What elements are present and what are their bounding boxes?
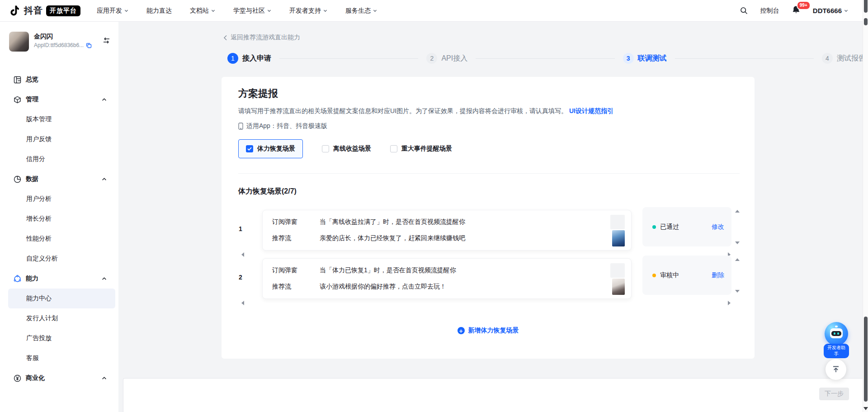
menu-label: 用户分析 [26, 195, 52, 203]
robot-eye [834, 332, 835, 335]
notification-badge: 99+ [797, 1, 811, 10]
sidebar-group-data[interactable]: 数据 [0, 169, 118, 189]
status-badge: 已通过 [660, 223, 679, 231]
checkbox-empty-icon[interactable] [390, 145, 397, 152]
scene-row-1: 1 订阅弹窗 当「离线收益拉满了」时，是否在首页视频流提醒你 推荐流 亲爱的店长… [222, 207, 755, 257]
scroll-up-arrow[interactable] [735, 258, 740, 261]
scrollbar-down-arrow[interactable] [863, 407, 868, 410]
step-1[interactable]: 1 接入申请 [227, 53, 271, 64]
scrollbar-thumb[interactable] [864, 18, 868, 25]
ui-guide-link[interactable]: UI设计规范指引 [569, 107, 613, 114]
account-menu[interactable]: DDT6666 [813, 7, 848, 14]
menu-label: 信用分 [26, 155, 45, 163]
thumbnail-image[interactable] [612, 230, 625, 246]
phone-icon [238, 123, 243, 130]
footer-bar: 下一步 [123, 378, 863, 412]
back-to-top-button[interactable] [826, 359, 846, 380]
nav-school-community[interactable]: 学堂与社区 [233, 7, 271, 15]
douyin-note-icon [10, 5, 21, 17]
scrollbar-thumb[interactable] [864, 0, 868, 13]
scroll-right-arrow[interactable] [728, 301, 731, 305]
field-value: 该小游戏根据你的偏好推荐，点击立即去玩！ [320, 283, 446, 291]
scene-tab-offline-income[interactable]: 离线收益场景 [322, 145, 371, 153]
robot-antenna [835, 326, 838, 327]
dashboard-icon [14, 76, 22, 84]
nav-label: 应用开发 [97, 7, 122, 15]
sidebar-group-capability[interactable]: 能力 [0, 269, 118, 289]
developer-assistant[interactable]: 开发者助手 [824, 322, 849, 358]
chevron-up-icon [102, 376, 107, 381]
field-value: 亲爱的店长，体力已经恢复了，赶紧回来继续赚钱吧 [320, 234, 465, 242]
nav-docs[interactable]: 文档站 [190, 7, 215, 15]
thumbnail-placeholder[interactable] [610, 263, 625, 278]
description-text: 请填写用于推荐流直出的相关场景提醒文案信息和对应UI图片。为了保证效果，提报内容… [238, 107, 567, 114]
app-avatar[interactable] [9, 32, 29, 52]
back-to-top-icon [832, 365, 840, 374]
robot-head [830, 328, 843, 338]
scroll-down-arrow[interactable] [735, 242, 740, 244]
step-3[interactable]: 3 联调测试 [623, 53, 667, 64]
modify-link[interactable]: 修改 [712, 223, 724, 231]
sidebar-item-customer-service[interactable]: 客服 [0, 348, 118, 368]
chevron-down-icon [844, 9, 848, 13]
switch-app-icon[interactable] [103, 37, 110, 46]
nav-developer-support[interactable]: 开发者支持 [289, 7, 327, 15]
step-label: 联调测试 [638, 54, 667, 63]
back-link[interactable]: 返回推荐流游戏直出能力 [223, 33, 300, 42]
sidebar-item-custom-analysis[interactable]: 自定义分析 [0, 249, 118, 269]
sidebar-item-ad-delivery[interactable]: 广告投放 [0, 328, 118, 348]
sidebar-item-capability-center[interactable]: 能力中心 [8, 289, 115, 308]
checkbox-checked-icon[interactable] [246, 145, 253, 152]
field-recommend-feed: 推荐流 亲爱的店长，体力已经恢复了，赶紧回来继续赚钱吧 [272, 234, 581, 242]
nav-app-dev[interactable]: 应用开发 [97, 7, 128, 15]
delete-link[interactable]: 删除 [712, 271, 724, 279]
sidebar-group-monetization[interactable]: 商业化 [0, 368, 118, 388]
copy-icon[interactable] [86, 43, 92, 48]
notification-bell[interactable]: 99+ [792, 5, 800, 16]
logo-text: 抖音 [24, 5, 43, 17]
sidebar-item-performance-analysis[interactable]: 性能分析 [0, 229, 118, 249]
scene-tab-major-event[interactable]: 重大事件提醒场景 [390, 145, 452, 153]
scene-tab-stamina[interactable]: 体力恢复场景 [238, 139, 303, 158]
scroll-down-arrow[interactable] [735, 290, 740, 293]
sidebar-item-growth-analysis[interactable]: 增长分析 [0, 209, 118, 229]
sidebar-item-credit-score[interactable]: 信用分 [0, 149, 118, 169]
scene-tabs: 体力恢复场景 离线收益场景 重大事件提醒场景 [238, 139, 452, 158]
sidebar: 金闪闪 AppID:ttf5d6836b6... 总览 管理 版本管理 用户反馈… [0, 22, 118, 412]
scrollbar-thumb[interactable] [864, 317, 868, 402]
sidebar-item-version-management[interactable]: 版本管理 [0, 109, 118, 129]
sidebar-item-user-feedback[interactable]: 用户反馈 [0, 129, 118, 149]
next-step-button[interactable]: 下一步 [819, 388, 849, 400]
nav-service-ecosystem[interactable]: 服务生态 [345, 7, 377, 15]
field-recommend-feed: 推荐流 该小游戏根据你的偏好推荐，点击立即去玩！ [272, 283, 581, 291]
thumbnail-image[interactable] [612, 279, 625, 295]
plan-submission-card: 方案提报 请填写用于推荐流直出的相关场景提醒文案信息和对应UI图片。为了保证效果… [222, 77, 755, 359]
field-subscribe-popup: 订阅弹窗 当「离线收益拉满了」时，是否在首页视频流提醒你 [272, 218, 581, 226]
add-scene-button[interactable]: ＋ 新增体力恢复场景 [458, 327, 519, 335]
logo[interactable]: 抖音 开放平台 [0, 5, 80, 17]
nav-capability-direct[interactable]: 能力直达 [146, 7, 172, 15]
search-icon[interactable] [740, 7, 748, 14]
scroll-left-arrow[interactable] [241, 301, 244, 305]
step-4[interactable]: 4 测试报告检查 [822, 53, 868, 64]
page-scrollbar[interactable] [863, 0, 868, 412]
app-id-row: AppID:ttf5d6836b6... [34, 42, 92, 48]
checkbox-empty-icon[interactable] [322, 145, 329, 152]
console-link[interactable]: 控制台 [760, 7, 779, 15]
back-label: 返回推荐流游戏直出能力 [231, 33, 300, 42]
thumbnail-placeholder[interactable] [610, 215, 625, 229]
card-description: 请填写用于推荐流直出的相关场景提醒文案信息和对应UI图片。为了保证效果，提报内容… [238, 107, 613, 115]
step-2[interactable]: 2 API接入 [426, 53, 467, 64]
menu-label: 管理 [26, 95, 38, 104]
sidebar-item-publisher-plan[interactable]: 发行人计划 [0, 308, 118, 328]
app-id: AppID:ttf5d6836b6... [34, 42, 84, 48]
section-title: 体力恢复场景(2/7) [238, 187, 297, 196]
sidebar-item-overview[interactable]: 总览 [0, 70, 118, 90]
scroll-up-arrow[interactable] [735, 210, 740, 213]
sidebar-item-user-analysis[interactable]: 用户分析 [0, 189, 118, 209]
sidebar-group-management[interactable]: 管理 [0, 90, 118, 109]
scene-row-2: 2 订阅弹窗 当「体力已恢复1」时，是否在首页视频流提醒你 推荐流 该小游戏根据… [222, 256, 755, 305]
menu-label: 客服 [26, 354, 39, 362]
field-label: 订阅弹窗 [272, 266, 320, 275]
step-label: API接入 [441, 54, 467, 63]
